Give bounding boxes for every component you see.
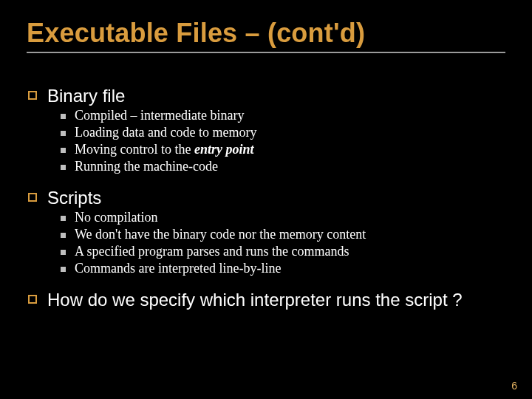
square-sub-bullet-icon bbox=[61, 250, 66, 255]
sub-list-item: A specified program parses and runs the … bbox=[61, 244, 502, 259]
square-sub-bullet-icon bbox=[61, 148, 66, 153]
sub-text-emphasis: entry point bbox=[194, 142, 254, 157]
list-item-label: Scripts bbox=[47, 188, 101, 208]
sub-list-item: Loading data and code to memory bbox=[61, 125, 502, 140]
square-sub-bullet-icon bbox=[61, 233, 66, 238]
sub-list: No compilation We don't have the binary … bbox=[61, 210, 502, 276]
title-underline bbox=[27, 52, 505, 53]
sub-list-item-label: Running the machine-code bbox=[75, 159, 218, 174]
square-sub-bullet-icon bbox=[61, 114, 66, 119]
sub-list-item-label: Loading data and code to memory bbox=[75, 125, 256, 140]
page-number: 6 bbox=[511, 380, 517, 392]
title-area: Executable Files – (cont'd) bbox=[27, 18, 505, 53]
sub-list: Compiled – intermediate binary Loading d… bbox=[61, 108, 502, 174]
list-item: Binary file bbox=[28, 86, 502, 106]
sub-list-item: Moving control to the entry point bbox=[61, 142, 502, 157]
sub-list-item-label: Compiled – intermediate binary bbox=[75, 108, 244, 123]
list-item-label: How do we specify which interpreter runs… bbox=[47, 290, 463, 310]
square-bullet-icon bbox=[28, 91, 37, 100]
square-sub-bullet-icon bbox=[61, 131, 66, 136]
sub-list-item-label: Moving control to the entry point bbox=[75, 142, 254, 157]
slide-title: Executable Files – (cont'd) bbox=[27, 18, 505, 49]
sub-list-item-label: We don't have the binary code nor the me… bbox=[75, 227, 366, 242]
square-sub-bullet-icon bbox=[61, 267, 66, 272]
list-item: How do we specify which interpreter runs… bbox=[28, 290, 502, 310]
square-bullet-icon bbox=[28, 193, 37, 202]
sub-list-item-label: Commands are interpreted line-by-line bbox=[75, 261, 281, 276]
sub-list-item: Compiled – intermediate binary bbox=[61, 108, 502, 123]
sub-list-item: We don't have the binary code nor the me… bbox=[61, 227, 502, 242]
square-sub-bullet-icon bbox=[61, 165, 66, 170]
sub-list-item: No compilation bbox=[61, 210, 502, 225]
sub-list-item-label: No compilation bbox=[75, 210, 157, 225]
square-bullet-icon bbox=[28, 295, 37, 304]
slide: Executable Files – (cont'd) Binary file … bbox=[0, 0, 532, 399]
list-item: Scripts bbox=[28, 188, 502, 208]
sub-list-item: Commands are interpreted line-by-line bbox=[61, 261, 502, 276]
sub-list-item-label: A specified program parses and runs the … bbox=[75, 244, 349, 259]
content-area: Binary file Compiled – intermediate bina… bbox=[28, 78, 502, 312]
sub-list-item: Running the machine-code bbox=[61, 159, 502, 174]
sub-text-prefix: Moving control to the bbox=[75, 142, 194, 157]
square-sub-bullet-icon bbox=[61, 216, 66, 221]
list-item-label: Binary file bbox=[47, 86, 125, 106]
